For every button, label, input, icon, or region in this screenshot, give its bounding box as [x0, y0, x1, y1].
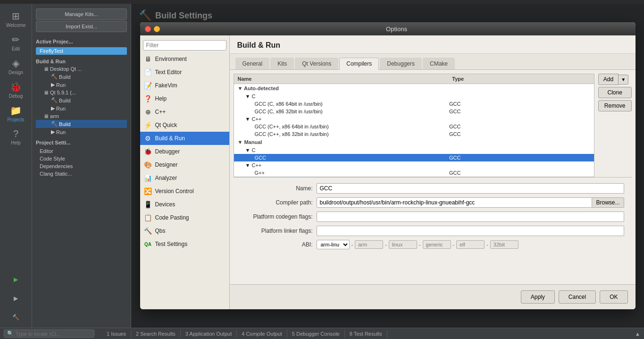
abi-flavor-field[interactable]: [423, 240, 451, 249]
bottom-arrow[interactable]: ▲: [635, 331, 640, 337]
opt-cpp-label: C++: [155, 109, 166, 115]
add-dropdown-arrow[interactable]: ▼: [619, 75, 628, 85]
compiler-path-input[interactable]: [317, 197, 593, 208]
row-gcc-cpp-64[interactable]: GCC (C++, x86 64bit in /usr/bin) GCC: [234, 123, 594, 130]
close-button[interactable]: [145, 26, 151, 32]
opt-code-pasting-label: Code Pasting: [155, 214, 189, 221]
import-button[interactable]: Import Exist...: [36, 21, 127, 32]
sidebar-item-help[interactable]: ? Help: [5, 126, 27, 148]
platform-linker-input[interactable]: [317, 226, 624, 236]
opt-qbs[interactable]: 🔨 Qbs: [140, 224, 229, 237]
settings-editor[interactable]: Editor: [32, 147, 131, 155]
opt-analyzer[interactable]: 📊 Analyzer: [140, 171, 229, 185]
row-gcc-c-64[interactable]: GCC (C, x86 64bit in /usr/bin) GCC: [234, 100, 594, 108]
opt-build-run[interactable]: ⚙ Build & Run: [140, 132, 229, 145]
settings-dependencies[interactable]: Dependencies: [32, 162, 131, 170]
app-container: ⊞ Welcome ✏ Edit ◈ Design 🐞 Debug 📁 Proj…: [0, 0, 644, 339]
settings-code-style[interactable]: Code Style: [32, 155, 131, 162]
clone-button[interactable]: Clone: [598, 87, 632, 98]
tab-cmake[interactable]: CMake: [423, 58, 455, 69]
bottom-tab-issues[interactable]: 1 Issues: [102, 330, 131, 338]
tree-desktop-build[interactable]: 🔨 Build: [36, 73, 127, 81]
opt-debugger[interactable]: 🐞 Debugger: [140, 145, 229, 158]
tree-qt591[interactable]: 🖥 Qt 5.9.1 (...: [36, 89, 127, 96]
search-input[interactable]: [16, 331, 91, 337]
bottom-tab-search[interactable]: 2 Search Results: [131, 330, 181, 338]
group-manual[interactable]: ▼ Manual: [234, 138, 594, 146]
settings-clang-static[interactable]: Clang Static...: [32, 170, 131, 178]
bottom-tab-debugger-console[interactable]: 5 Debugger Console: [287, 330, 345, 338]
manual-cpp-arrow: ▼: [245, 162, 251, 168]
opt-environment-label: Environment: [155, 56, 187, 62]
row-gcc-cpp-32[interactable]: GCC (C++, x86 32bit in /usr/bin) GCC: [234, 130, 594, 138]
bottom-tab-compile[interactable]: 4 Compile Output: [237, 330, 287, 338]
add-button[interactable]: Add: [598, 74, 619, 85]
tree-qt591-run[interactable]: ▶ Run: [36, 104, 127, 112]
tab-debuggers[interactable]: Debuggers: [380, 58, 422, 69]
tree-qt591-build[interactable]: 🔨 Build: [36, 96, 127, 104]
row-manual-c-group[interactable]: ▼ C: [234, 146, 594, 154]
tree-desktop-run[interactable]: ▶ Run: [36, 81, 127, 89]
tab-kits[interactable]: Kits: [270, 58, 294, 69]
opt-devices[interactable]: 📱 Devices: [140, 198, 229, 211]
content-area: 🔨 Build Settings Options: [131, 4, 644, 328]
name-input[interactable]: [317, 183, 624, 194]
opt-help[interactable]: ❓ Help: [140, 92, 229, 105]
opt-fakevim[interactable]: 📝 FakeVim: [140, 79, 229, 92]
opt-test-settings[interactable]: QA Test Settings: [140, 237, 229, 251]
main-area: ⊞ Welcome ✏ Edit ◈ Design 🐞 Debug 📁 Proj…: [0, 4, 644, 328]
sidebar-item-edit[interactable]: ✏ Edit: [5, 31, 27, 54]
filter-input[interactable]: [143, 40, 226, 51]
tree-desktop-qt[interactable]: 🖥 Desktop Qt ...: [36, 65, 127, 73]
platform-codegen-input[interactable]: [317, 212, 624, 222]
abi-select[interactable]: arm-linu: [317, 240, 350, 249]
opt-designer[interactable]: 🎨 Designer: [140, 158, 229, 171]
tab-compilers[interactable]: Compilers: [339, 58, 379, 70]
opt-text-editor[interactable]: 📄 Text Editor: [140, 66, 229, 79]
opt-environment[interactable]: 🖥 Environment: [140, 52, 229, 66]
project-name-badge[interactable]: FireflyTest: [36, 47, 127, 55]
run-debug-button[interactable]: ▶: [8, 290, 25, 307]
opt-cpp[interactable]: ⊕ C++: [140, 105, 229, 119]
row-gpp-manual[interactable]: G++ GCC: [234, 169, 594, 177]
cancel-button[interactable]: Cancel: [559, 290, 596, 304]
tree-arm-build[interactable]: 🔨 Build: [36, 120, 127, 128]
sidebar-item-design[interactable]: ◈ Design: [5, 55, 27, 77]
tab-general[interactable]: General: [235, 58, 270, 69]
help-label: Help: [11, 140, 21, 145]
group-auto-detected[interactable]: ▼ Auto-detected: [234, 84, 594, 93]
row-cpp-group[interactable]: ▼ C++: [234, 115, 594, 123]
build-run-title: Build & Run: [36, 58, 127, 65]
abi-os-field[interactable]: [389, 240, 417, 249]
opt-code-pasting[interactable]: 📋 Code Pasting: [140, 211, 229, 224]
projects-label: Projects: [7, 117, 24, 122]
build-button[interactable]: 🔨: [8, 309, 25, 326]
browse-button[interactable]: Browse...: [592, 197, 624, 208]
manage-kits-button[interactable]: Manage Kits...: [36, 8, 127, 20]
row-manual-cpp-group[interactable]: ▼ C++: [234, 161, 594, 169]
row-c-group[interactable]: ▼ C: [234, 93, 594, 100]
bottom-tab-test-results[interactable]: 8 Test Results: [345, 330, 387, 338]
apply-button[interactable]: Apply: [521, 290, 555, 304]
opt-help-label: Help: [155, 95, 167, 102]
tree-arm-run[interactable]: ▶ Run: [36, 128, 127, 136]
sidebar-item-projects[interactable]: 📁 Projects: [5, 102, 27, 125]
minimize-button[interactable]: [154, 26, 160, 32]
abi-bits-field[interactable]: [490, 240, 519, 249]
abi-arch-field[interactable]: [355, 240, 383, 249]
opt-version-control[interactable]: 🔀 Version Control: [140, 185, 229, 198]
tree-arm[interactable]: 🖥 arm: [36, 112, 127, 120]
sidebar-item-welcome[interactable]: ⊞ Welcome: [5, 8, 27, 30]
remove-button[interactable]: Remove: [598, 100, 632, 111]
modal-footer: Apply Cancel OK: [230, 284, 636, 309]
bottom-tab-app-output[interactable]: 3 Application Output: [181, 330, 237, 338]
ok-button[interactable]: OK: [600, 290, 627, 304]
run-button[interactable]: ▶: [8, 271, 25, 288]
modal-title: Options: [163, 25, 631, 33]
row-gcc-manual[interactable]: GCC GCC: [234, 154, 594, 161]
sidebar-item-debug[interactable]: 🐞 Debug: [5, 78, 27, 101]
tab-qt-versions[interactable]: Qt Versions: [295, 58, 338, 69]
abi-format-field[interactable]: [456, 240, 485, 249]
row-gcc-c-32[interactable]: GCC (C, x86 32bit in /usr/bin) GCC: [234, 108, 594, 115]
opt-qt-quick[interactable]: ⚡ Qt Quick: [140, 119, 229, 132]
